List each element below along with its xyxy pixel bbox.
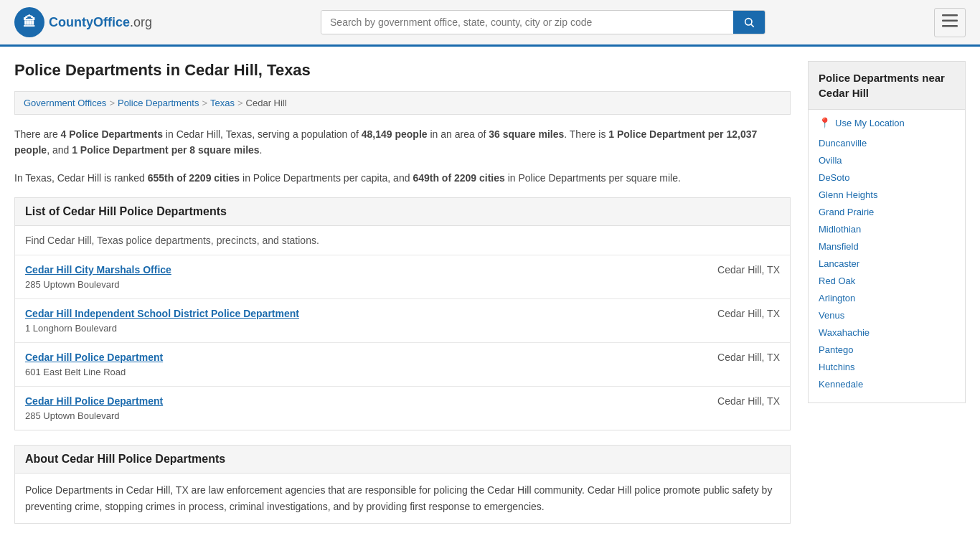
nearby-red-oak[interactable]: Red Oak: [819, 276, 855, 286]
list-item: Lancaster: [819, 258, 955, 269]
menu-button[interactable]: [934, 8, 966, 37]
nearby-lancaster[interactable]: Lancaster: [819, 258, 859, 269]
dept-info: Cedar Hill City Marshals Office 285 Upto…: [25, 264, 171, 290]
breadcrumb-cedar-hill: Cedar Hill: [246, 98, 287, 108]
about-section: About Cedar Hill Police Departments Poli…: [14, 445, 791, 524]
list-item: Hutchins: [819, 361, 955, 372]
logo-area[interactable]: 🏛 CountyOffice.org: [14, 7, 152, 37]
list-item: Waxahachie: [819, 326, 955, 338]
list-item: Midlothian: [819, 223, 955, 235]
dept-address: 601 East Belt Line Road: [25, 367, 126, 377]
list-item: Grand Prairie: [819, 206, 955, 217]
dept-city: Cedar Hill, TX: [717, 352, 780, 363]
dept-name-link[interactable]: Cedar Hill Police Department: [25, 352, 163, 363]
nearby-arlington[interactable]: Arlington: [819, 293, 855, 303]
breadcrumb-government-offices[interactable]: Government Offices: [24, 98, 106, 108]
list-item: Pantego: [819, 344, 955, 355]
list-item: Arlington: [819, 292, 955, 303]
sidebar-body: 📍 Use My Location Duncanville Ovilla DeS…: [808, 110, 966, 403]
nearby-list: Duncanville Ovilla DeSoto Glenn Heights …: [819, 137, 955, 390]
nearby-desoto[interactable]: DeSoto: [819, 172, 849, 183]
dept-city: Cedar Hill, TX: [717, 395, 780, 407]
content-area: Police Departments in Cedar Hill, Texas …: [14, 61, 791, 524]
sidebar: Police Departments near Cedar Hill 📍 Use…: [808, 61, 966, 524]
list-intro: Find Cedar Hill, Texas police department…: [15, 226, 790, 255]
svg-rect-4: [942, 25, 958, 27]
dept-name-link[interactable]: Cedar Hill City Marshals Office: [25, 264, 171, 276]
list-item: Glenn Heights: [819, 189, 955, 200]
breadcrumb-police-departments[interactable]: Police Departments: [118, 98, 199, 108]
list-item: Mansfield: [819, 240, 955, 252]
list-item: Duncanville: [819, 137, 955, 149]
svg-rect-3: [942, 19, 958, 22]
main-container: Police Departments in Cedar Hill, Texas …: [0, 47, 980, 538]
table-row: Cedar Hill Independent School District P…: [15, 299, 790, 343]
nearby-hutchins[interactable]: Hutchins: [819, 362, 855, 372]
nearby-ovilla[interactable]: Ovilla: [819, 155, 842, 166]
table-row: Cedar Hill City Marshals Office 285 Upto…: [15, 255, 790, 299]
list-item: Venus: [819, 309, 955, 321]
description-line2: In Texas, Cedar Hill is ranked 655th of …: [14, 170, 791, 186]
nearby-grand-prairie[interactable]: Grand Prairie: [819, 207, 874, 217]
dept-address: 1 Longhorn Boulevard: [25, 323, 117, 334]
list-section: Find Cedar Hill, Texas police department…: [14, 226, 791, 430]
use-my-location-link[interactable]: Use My Location: [835, 118, 905, 128]
site-header: 🏛 CountyOffice.org: [0, 0, 980, 47]
breadcrumb: Government Offices > Police Departments …: [14, 91, 791, 115]
logo-text: CountyOffice.org: [49, 15, 152, 30]
svg-rect-2: [942, 14, 958, 17]
dept-city: Cedar Hill, TX: [717, 264, 780, 276]
nearby-pantego[interactable]: Pantego: [819, 344, 853, 355]
dept-info: Cedar Hill Police Department 601 East Be…: [25, 352, 163, 377]
nearby-glenn-heights[interactable]: Glenn Heights: [819, 189, 877, 200]
svg-point-0: [745, 19, 752, 25]
list-item: Red Oak: [819, 275, 955, 286]
nearby-duncanville[interactable]: Duncanville: [819, 138, 867, 149]
breadcrumb-texas[interactable]: Texas: [210, 98, 235, 108]
svg-line-1: [751, 24, 754, 27]
list-item: Ovilla: [819, 154, 955, 166]
table-row: Cedar Hill Police Department 601 East Be…: [15, 343, 790, 387]
page-title: Police Departments in Cedar Hill, Texas: [14, 61, 791, 80]
about-content: Police Departments in Cedar Hill, TX are…: [14, 474, 791, 524]
sidebar-header: Police Departments near Cedar Hill: [808, 61, 966, 110]
description-line1: There are 4 Police Departments in Cedar …: [14, 126, 791, 159]
about-section-header: About Cedar Hill Police Departments: [14, 445, 791, 474]
nearby-midlothian[interactable]: Midlothian: [819, 224, 861, 235]
list-section-header: List of Cedar Hill Police Departments: [14, 197, 791, 226]
list-item: DeSoto: [819, 171, 955, 183]
dept-address: 285 Uptown Boulevard: [25, 410, 120, 421]
location-pin-icon: 📍: [819, 117, 831, 128]
dept-city: Cedar Hill, TX: [717, 308, 780, 319]
search-area: [321, 10, 765, 34]
nearby-venus[interactable]: Venus: [819, 310, 844, 321]
dept-name-link[interactable]: Cedar Hill Independent School District P…: [25, 308, 299, 319]
logo-icon: 🏛: [14, 7, 44, 37]
use-location[interactable]: 📍 Use My Location: [819, 117, 955, 128]
table-row: Cedar Hill Police Department 285 Uptown …: [15, 387, 790, 430]
dept-info: Cedar Hill Independent School District P…: [25, 308, 299, 334]
dept-info: Cedar Hill Police Department 285 Uptown …: [25, 395, 163, 421]
dept-name-link[interactable]: Cedar Hill Police Department: [25, 395, 163, 407]
search-input[interactable]: [321, 11, 733, 34]
dept-address: 285 Uptown Boulevard: [25, 279, 120, 290]
search-button[interactable]: [733, 11, 765, 34]
nearby-kennedale[interactable]: Kennedale: [819, 379, 863, 390]
list-item: Kennedale: [819, 378, 955, 390]
nearby-mansfield[interactable]: Mansfield: [819, 241, 859, 252]
nearby-waxahachie[interactable]: Waxahachie: [819, 327, 870, 338]
